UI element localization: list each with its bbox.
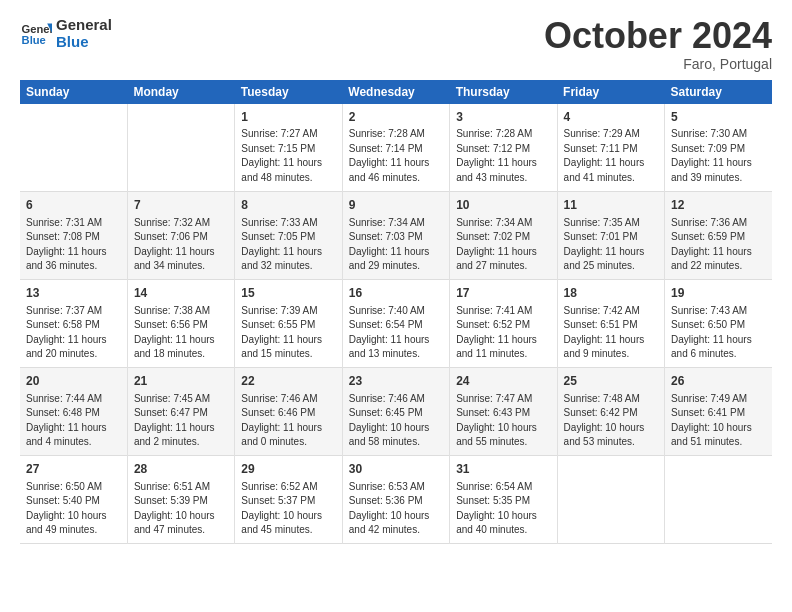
day-number: 8 xyxy=(241,197,335,214)
logo-blue-text: Blue xyxy=(56,33,112,50)
day-number: 18 xyxy=(564,285,658,302)
day-number: 26 xyxy=(671,373,766,390)
day-number: 4 xyxy=(564,109,658,126)
day-info: Sunrise: 6:52 AM Sunset: 5:37 PM Dayligh… xyxy=(241,480,335,538)
day-number: 27 xyxy=(26,461,121,478)
day-info: Sunrise: 6:51 AM Sunset: 5:39 PM Dayligh… xyxy=(134,480,228,538)
day-cell: 18Sunrise: 7:42 AM Sunset: 6:51 PM Dayli… xyxy=(557,280,664,368)
day-info: Sunrise: 7:38 AM Sunset: 6:56 PM Dayligh… xyxy=(134,304,228,362)
day-cell: 15Sunrise: 7:39 AM Sunset: 6:55 PM Dayli… xyxy=(235,280,342,368)
day-cell: 3Sunrise: 7:28 AM Sunset: 7:12 PM Daylig… xyxy=(450,104,557,192)
day-cell: 27Sunrise: 6:50 AM Sunset: 5:40 PM Dayli… xyxy=(20,456,127,544)
day-number: 25 xyxy=(564,373,658,390)
day-info: Sunrise: 7:27 AM Sunset: 7:15 PM Dayligh… xyxy=(241,127,335,185)
day-cell: 25Sunrise: 7:48 AM Sunset: 6:42 PM Dayli… xyxy=(557,368,664,456)
day-cell: 12Sunrise: 7:36 AM Sunset: 6:59 PM Dayli… xyxy=(665,192,772,280)
day-number: 28 xyxy=(134,461,228,478)
day-number: 29 xyxy=(241,461,335,478)
week-row-2: 6Sunrise: 7:31 AM Sunset: 7:08 PM Daylig… xyxy=(20,192,772,280)
day-number: 16 xyxy=(349,285,443,302)
day-info: Sunrise: 7:46 AM Sunset: 6:46 PM Dayligh… xyxy=(241,392,335,450)
day-number: 13 xyxy=(26,285,121,302)
day-info: Sunrise: 7:34 AM Sunset: 7:03 PM Dayligh… xyxy=(349,216,443,274)
location-text: Faro, Portugal xyxy=(544,56,772,72)
day-number: 20 xyxy=(26,373,121,390)
day-cell: 29Sunrise: 6:52 AM Sunset: 5:37 PM Dayli… xyxy=(235,456,342,544)
col-header-wednesday: Wednesday xyxy=(342,80,449,104)
day-number: 21 xyxy=(134,373,228,390)
week-row-3: 13Sunrise: 7:37 AM Sunset: 6:58 PM Dayli… xyxy=(20,280,772,368)
month-title: October 2024 xyxy=(544,16,772,56)
day-cell: 10Sunrise: 7:34 AM Sunset: 7:02 PM Dayli… xyxy=(450,192,557,280)
day-info: Sunrise: 6:54 AM Sunset: 5:35 PM Dayligh… xyxy=(456,480,550,538)
day-cell: 19Sunrise: 7:43 AM Sunset: 6:50 PM Dayli… xyxy=(665,280,772,368)
day-number: 19 xyxy=(671,285,766,302)
day-info: Sunrise: 7:40 AM Sunset: 6:54 PM Dayligh… xyxy=(349,304,443,362)
day-number: 3 xyxy=(456,109,550,126)
day-info: Sunrise: 7:35 AM Sunset: 7:01 PM Dayligh… xyxy=(564,216,658,274)
day-number: 12 xyxy=(671,197,766,214)
day-cell: 30Sunrise: 6:53 AM Sunset: 5:36 PM Dayli… xyxy=(342,456,449,544)
day-cell: 4Sunrise: 7:29 AM Sunset: 7:11 PM Daylig… xyxy=(557,104,664,192)
day-info: Sunrise: 7:41 AM Sunset: 6:52 PM Dayligh… xyxy=(456,304,550,362)
day-info: Sunrise: 7:46 AM Sunset: 6:45 PM Dayligh… xyxy=(349,392,443,450)
day-number: 23 xyxy=(349,373,443,390)
day-number: 11 xyxy=(564,197,658,214)
day-cell: 31Sunrise: 6:54 AM Sunset: 5:35 PM Dayli… xyxy=(450,456,557,544)
day-info: Sunrise: 6:53 AM Sunset: 5:36 PM Dayligh… xyxy=(349,480,443,538)
day-cell: 24Sunrise: 7:47 AM Sunset: 6:43 PM Dayli… xyxy=(450,368,557,456)
day-cell: 23Sunrise: 7:46 AM Sunset: 6:45 PM Dayli… xyxy=(342,368,449,456)
day-info: Sunrise: 6:50 AM Sunset: 5:40 PM Dayligh… xyxy=(26,480,121,538)
svg-text:General: General xyxy=(22,23,52,35)
day-info: Sunrise: 7:29 AM Sunset: 7:11 PM Dayligh… xyxy=(564,127,658,185)
day-info: Sunrise: 7:36 AM Sunset: 6:59 PM Dayligh… xyxy=(671,216,766,274)
day-info: Sunrise: 7:34 AM Sunset: 7:02 PM Dayligh… xyxy=(456,216,550,274)
day-cell: 2Sunrise: 7:28 AM Sunset: 7:14 PM Daylig… xyxy=(342,104,449,192)
page-header: General Blue General Blue October 2024 F… xyxy=(20,16,772,72)
day-number: 17 xyxy=(456,285,550,302)
day-info: Sunrise: 7:37 AM Sunset: 6:58 PM Dayligh… xyxy=(26,304,121,362)
day-info: Sunrise: 7:30 AM Sunset: 7:09 PM Dayligh… xyxy=(671,127,766,185)
day-info: Sunrise: 7:39 AM Sunset: 6:55 PM Dayligh… xyxy=(241,304,335,362)
day-cell: 22Sunrise: 7:46 AM Sunset: 6:46 PM Dayli… xyxy=(235,368,342,456)
day-cell: 13Sunrise: 7:37 AM Sunset: 6:58 PM Dayli… xyxy=(20,280,127,368)
day-cell: 7Sunrise: 7:32 AM Sunset: 7:06 PM Daylig… xyxy=(127,192,234,280)
day-cell: 26Sunrise: 7:49 AM Sunset: 6:41 PM Dayli… xyxy=(665,368,772,456)
day-cell: 14Sunrise: 7:38 AM Sunset: 6:56 PM Dayli… xyxy=(127,280,234,368)
day-cell: 11Sunrise: 7:35 AM Sunset: 7:01 PM Dayli… xyxy=(557,192,664,280)
day-cell: 21Sunrise: 7:45 AM Sunset: 6:47 PM Dayli… xyxy=(127,368,234,456)
day-info: Sunrise: 7:42 AM Sunset: 6:51 PM Dayligh… xyxy=(564,304,658,362)
day-cell: 6Sunrise: 7:31 AM Sunset: 7:08 PM Daylig… xyxy=(20,192,127,280)
day-cell xyxy=(20,104,127,192)
logo-icon: General Blue xyxy=(20,17,52,49)
day-cell: 16Sunrise: 7:40 AM Sunset: 6:54 PM Dayli… xyxy=(342,280,449,368)
logo: General Blue General Blue xyxy=(20,16,112,50)
day-number: 6 xyxy=(26,197,121,214)
calendar-table: SundayMondayTuesdayWednesdayThursdayFrid… xyxy=(20,80,772,545)
logo-general-text: General xyxy=(56,16,112,33)
col-header-sunday: Sunday xyxy=(20,80,127,104)
day-cell: 8Sunrise: 7:33 AM Sunset: 7:05 PM Daylig… xyxy=(235,192,342,280)
week-row-1: 1Sunrise: 7:27 AM Sunset: 7:15 PM Daylig… xyxy=(20,104,772,192)
day-cell xyxy=(127,104,234,192)
day-number: 5 xyxy=(671,109,766,126)
day-cell xyxy=(665,456,772,544)
day-cell: 9Sunrise: 7:34 AM Sunset: 7:03 PM Daylig… xyxy=(342,192,449,280)
day-cell: 5Sunrise: 7:30 AM Sunset: 7:09 PM Daylig… xyxy=(665,104,772,192)
day-info: Sunrise: 7:49 AM Sunset: 6:41 PM Dayligh… xyxy=(671,392,766,450)
week-row-4: 20Sunrise: 7:44 AM Sunset: 6:48 PM Dayli… xyxy=(20,368,772,456)
day-info: Sunrise: 7:32 AM Sunset: 7:06 PM Dayligh… xyxy=(134,216,228,274)
day-number: 22 xyxy=(241,373,335,390)
day-number: 2 xyxy=(349,109,443,126)
col-header-monday: Monday xyxy=(127,80,234,104)
col-header-thursday: Thursday xyxy=(450,80,557,104)
col-header-friday: Friday xyxy=(557,80,664,104)
col-header-tuesday: Tuesday xyxy=(235,80,342,104)
day-number: 9 xyxy=(349,197,443,214)
day-number: 30 xyxy=(349,461,443,478)
day-cell: 1Sunrise: 7:27 AM Sunset: 7:15 PM Daylig… xyxy=(235,104,342,192)
day-info: Sunrise: 7:47 AM Sunset: 6:43 PM Dayligh… xyxy=(456,392,550,450)
col-header-saturday: Saturday xyxy=(665,80,772,104)
day-info: Sunrise: 7:28 AM Sunset: 7:14 PM Dayligh… xyxy=(349,127,443,185)
day-number: 10 xyxy=(456,197,550,214)
